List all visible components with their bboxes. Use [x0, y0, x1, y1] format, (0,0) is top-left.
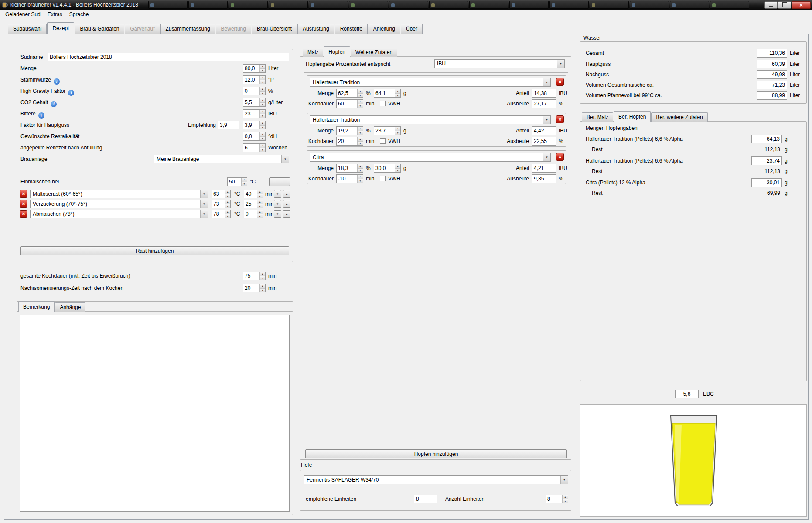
- spin-up-icon[interactable]: ▲: [242, 178, 247, 182]
- hop-menge-pct-spinner[interactable]: 19,2▲▼: [336, 126, 363, 135]
- spin-up-icon[interactable]: ▲: [358, 89, 363, 93]
- main-tab-rohstoffe[interactable]: Rohstoffe: [335, 24, 368, 34]
- spinner-buttons[interactable]: ▲▼: [395, 127, 400, 135]
- rast-type-combo[interactable]: Verzuckerung (70°-75°)▼: [30, 200, 208, 208]
- menu-extras[interactable]: Extras: [44, 10, 66, 18]
- kochdauer-spinner[interactable]: 75▲▼: [243, 272, 266, 280]
- spin-up-icon[interactable]: ▲: [395, 164, 400, 168]
- anzahl-einheiten-spinner[interactable]: 8▲▼: [546, 495, 568, 503]
- spin-down-icon[interactable]: ▼: [395, 93, 400, 98]
- reifezeit-spinner[interactable]: 6▲▼: [243, 143, 266, 152]
- rast-temp-spinner[interactable]: 63▲▼: [212, 190, 231, 198]
- main-tab-anleitung[interactable]: Anleitung: [368, 24, 400, 34]
- move-rast-up-button[interactable]: ▲: [283, 190, 290, 198]
- rast-type-combo[interactable]: Abmaischen (78°)▼: [30, 210, 208, 218]
- spin-up-icon[interactable]: ▲: [260, 98, 265, 102]
- bemerkung-textarea[interactable]: [20, 315, 290, 512]
- minimize-button[interactable]: [764, 1, 778, 9]
- spin-up-icon[interactable]: ▲: [260, 121, 265, 125]
- spin-up-icon[interactable]: ▲: [358, 127, 363, 131]
- spin-down-icon[interactable]: ▼: [563, 499, 568, 503]
- spin-down-icon[interactable]: ▼: [260, 114, 265, 118]
- spin-up-icon[interactable]: ▲: [395, 89, 400, 93]
- spin-down-icon[interactable]: ▼: [257, 194, 263, 198]
- spinner-buttons[interactable]: ▲▼: [259, 144, 265, 152]
- tab-malz[interactable]: Malz: [303, 48, 323, 57]
- hop-kochdauer-spinner[interactable]: -10▲▼: [336, 174, 363, 183]
- delete-rast-button[interactable]: ×: [20, 210, 27, 218]
- spin-down-icon[interactable]: ▼: [358, 104, 363, 108]
- add-rast-button[interactable]: Rast hinzufügen: [20, 246, 289, 255]
- main-tab-brau-gaerdaten[interactable]: Brau & Gärdaten: [75, 24, 124, 34]
- menu-geladener-sud[interactable]: Geladener Sud: [2, 10, 44, 18]
- nachisomerisierung-spinner[interactable]: 20▲▼: [243, 284, 266, 292]
- spin-down-icon[interactable]: ▼: [260, 288, 265, 292]
- spinner-buttons[interactable]: ▲▼: [357, 127, 363, 135]
- spin-up-icon[interactable]: ▲: [260, 110, 265, 114]
- spin-down-icon[interactable]: ▼: [260, 102, 265, 107]
- spinner-buttons[interactable]: ▲▼: [257, 210, 263, 218]
- spin-up-icon[interactable]: ▲: [225, 210, 230, 214]
- spinner-buttons[interactable]: ▲▼: [259, 284, 265, 292]
- spin-down-icon[interactable]: ▼: [260, 68, 265, 73]
- hop-menge-g-spinner[interactable]: 64,1▲▼: [374, 89, 401, 98]
- high-gravity-spinner[interactable]: 0▲▼: [243, 87, 266, 95]
- hefe-combo[interactable]: Fermentis SAFLAGER W34/70▼: [304, 475, 568, 484]
- spin-up-icon[interactable]: ▲: [260, 284, 265, 288]
- spinner-buttons[interactable]: ▲▼: [357, 89, 363, 97]
- spinner-buttons[interactable]: ▲▼: [225, 190, 230, 198]
- spin-down-icon[interactable]: ▼: [257, 214, 263, 218]
- spinner-buttons[interactable]: ▲▼: [357, 175, 363, 183]
- close-button[interactable]: ×: [792, 1, 811, 9]
- vwh-checkbox[interactable]: [380, 176, 386, 181]
- hop-name-combo[interactable]: Citra▼: [310, 153, 551, 162]
- delete-hop-button[interactable]: ×: [556, 78, 564, 86]
- spinner-buttons[interactable]: ▲▼: [357, 137, 363, 145]
- spinner-buttons[interactable]: ▲▼: [259, 98, 265, 106]
- spin-up-icon[interactable]: ▲: [260, 144, 265, 148]
- move-rast-down-button[interactable]: ▼: [274, 200, 281, 208]
- spinner-buttons[interactable]: ▲▼: [259, 132, 265, 140]
- info-icon[interactable]: i: [38, 112, 44, 119]
- hop-kochdauer-spinner[interactable]: 60▲▼: [336, 99, 363, 108]
- move-rast-up-button[interactable]: ▲: [283, 210, 290, 218]
- spinner-buttons[interactable]: ▲▼: [357, 164, 363, 172]
- spin-up-icon[interactable]: ▲: [260, 65, 265, 68]
- rast-time-spinner[interactable]: 40▲▼: [244, 190, 263, 198]
- spin-up-icon[interactable]: ▲: [260, 132, 265, 136]
- tab-weitere-zutaten[interactable]: Weitere Zutaten: [351, 48, 397, 57]
- maximize-button[interactable]: [778, 1, 791, 9]
- restalkalitaet-spinner[interactable]: 0,0▲▼: [243, 132, 266, 141]
- hop-menge-pct-spinner[interactable]: 18,3▲▼: [336, 164, 363, 173]
- spin-up-icon[interactable]: ▲: [257, 200, 263, 204]
- spinner-buttons[interactable]: ▲▼: [225, 200, 230, 208]
- spin-down-icon[interactable]: ▼: [358, 179, 363, 183]
- spinner-buttons[interactable]: ▲▼: [259, 272, 265, 280]
- move-rast-up-button[interactable]: ▲: [283, 200, 290, 208]
- co2-spinner[interactable]: 5,5▲▼: [243, 98, 266, 107]
- spin-down-icon[interactable]: ▼: [260, 125, 265, 129]
- spinner-buttons[interactable]: ▲▼: [259, 121, 265, 129]
- tab-bemerkung[interactable]: Bemerkung: [18, 301, 55, 312]
- spin-up-icon[interactable]: ▲: [225, 200, 230, 204]
- spin-up-icon[interactable]: ▲: [260, 272, 265, 276]
- rast-temp-spinner[interactable]: 73▲▼: [212, 200, 231, 208]
- hop-name-combo[interactable]: Hallertauer Tradition▼: [310, 78, 551, 87]
- rast-time-spinner[interactable]: 25▲▼: [244, 200, 263, 208]
- spinner-buttons[interactable]: ▲▼: [225, 210, 230, 218]
- spinner-buttons[interactable]: ▲▼: [357, 100, 363, 108]
- rast-time-spinner[interactable]: 0▲▼: [244, 210, 263, 218]
- spin-down-icon[interactable]: ▼: [225, 204, 230, 208]
- spin-up-icon[interactable]: ▲: [260, 87, 265, 91]
- spin-up-icon[interactable]: ▲: [395, 127, 400, 131]
- tab-anhaenge[interactable]: Anhänge: [55, 302, 85, 312]
- spin-down-icon[interactable]: ▼: [257, 204, 263, 208]
- menge-spinner[interactable]: 80,0▲▼: [243, 64, 266, 73]
- hop-menge-g-spinner[interactable]: 30,0▲▼: [374, 164, 401, 173]
- spin-up-icon[interactable]: ▲: [225, 190, 230, 194]
- spinner-buttons[interactable]: ▲▼: [259, 87, 265, 95]
- spin-up-icon[interactable]: ▲: [257, 210, 263, 214]
- spin-down-icon[interactable]: ▼: [225, 194, 230, 198]
- spin-down-icon[interactable]: ▼: [395, 168, 400, 173]
- vwh-checkbox[interactable]: [380, 101, 386, 106]
